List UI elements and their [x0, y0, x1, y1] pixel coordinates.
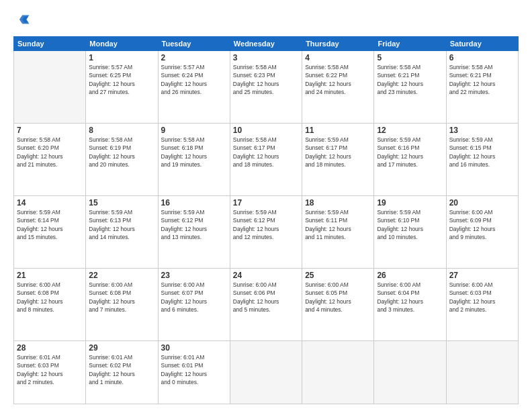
day-number: 29 — [89, 343, 154, 353]
day-number: 30 — [161, 343, 227, 353]
calendar-week-2: 7Sunrise: 5:58 AM Sunset: 6:20 PM Daylig… — [14, 124, 519, 196]
day-info: Sunrise: 5:59 AM Sunset: 6:16 PM Dayligh… — [377, 136, 443, 169]
calendar-cell: 6Sunrise: 5:58 AM Sunset: 6:21 PM Daylig… — [446, 51, 518, 124]
day-number: 5 — [377, 53, 443, 62]
day-number: 9 — [161, 126, 227, 135]
day-number: 22 — [89, 271, 154, 280]
day-info: Sunrise: 6:01 AM Sunset: 6:02 PM Dayligh… — [89, 353, 154, 386]
col-header-friday: Friday — [374, 37, 446, 51]
logo — [13, 12, 32, 30]
calendar-cell: 23Sunrise: 6:00 AM Sunset: 6:07 PM Dayli… — [158, 269, 230, 341]
calendar-week-4: 21Sunrise: 6:00 AM Sunset: 6:08 PM Dayli… — [14, 269, 519, 341]
calendar-cell: 15Sunrise: 5:59 AM Sunset: 6:13 PM Dayli… — [86, 196, 158, 269]
day-number: 4 — [305, 53, 371, 62]
col-header-monday: Monday — [86, 37, 158, 51]
calendar-week-1: 1Sunrise: 5:57 AM Sunset: 6:25 PM Daylig… — [14, 51, 519, 124]
day-info: Sunrise: 5:59 AM Sunset: 6:14 PM Dayligh… — [17, 208, 83, 241]
day-number: 18 — [305, 198, 371, 208]
logo-icon — [15, 12, 30, 27]
calendar-cell: 9Sunrise: 5:58 AM Sunset: 6:18 PM Daylig… — [158, 124, 230, 196]
calendar-cell: 26Sunrise: 6:00 AM Sunset: 6:04 PM Dayli… — [374, 269, 446, 341]
calendar-cell: 20Sunrise: 6:00 AM Sunset: 6:09 PM Dayli… — [446, 196, 518, 269]
calendar-cell — [302, 341, 374, 404]
calendar-header-row: SundayMondayTuesdayWednesdayThursdayFrid… — [14, 37, 519, 51]
day-info: Sunrise: 6:00 AM Sunset: 6:07 PM Dayligh… — [161, 281, 227, 314]
day-number: 14 — [17, 198, 83, 208]
day-number: 6 — [449, 53, 515, 62]
day-number: 7 — [17, 126, 83, 135]
day-info: Sunrise: 5:59 AM Sunset: 6:15 PM Dayligh… — [449, 136, 515, 169]
day-info: Sunrise: 6:00 AM Sunset: 6:04 PM Dayligh… — [377, 281, 443, 314]
day-number: 27 — [449, 271, 515, 280]
day-info: Sunrise: 6:01 AM Sunset: 6:03 PM Dayligh… — [17, 353, 83, 386]
calendar-cell: 12Sunrise: 5:59 AM Sunset: 6:16 PM Dayli… — [374, 124, 446, 196]
calendar-cell: 18Sunrise: 5:59 AM Sunset: 6:11 PM Dayli… — [302, 196, 374, 269]
day-info: Sunrise: 5:58 AM Sunset: 6:23 PM Dayligh… — [233, 63, 299, 96]
calendar-cell: 19Sunrise: 5:59 AM Sunset: 6:10 PM Dayli… — [374, 196, 446, 269]
day-number: 17 — [233, 198, 299, 208]
day-number: 16 — [161, 198, 227, 208]
day-info: Sunrise: 6:00 AM Sunset: 6:09 PM Dayligh… — [449, 208, 515, 241]
col-header-wednesday: Wednesday — [230, 37, 302, 51]
day-info: Sunrise: 5:57 AM Sunset: 6:24 PM Dayligh… — [161, 63, 227, 96]
calendar-cell: 21Sunrise: 6:00 AM Sunset: 6:08 PM Dayli… — [14, 269, 86, 341]
calendar-cell — [374, 341, 446, 404]
calendar-cell: 7Sunrise: 5:58 AM Sunset: 6:20 PM Daylig… — [14, 124, 86, 196]
day-info: Sunrise: 5:59 AM Sunset: 6:11 PM Dayligh… — [305, 208, 371, 241]
col-header-saturday: Saturday — [446, 37, 518, 51]
day-info: Sunrise: 6:01 AM Sunset: 6:01 PM Dayligh… — [161, 353, 227, 386]
day-info: Sunrise: 6:00 AM Sunset: 6:08 PM Dayligh… — [89, 281, 154, 314]
day-info: Sunrise: 5:59 AM Sunset: 6:13 PM Dayligh… — [89, 208, 154, 241]
day-info: Sunrise: 6:00 AM Sunset: 6:08 PM Dayligh… — [17, 281, 83, 314]
calendar-page: SundayMondayTuesdayWednesdayThursdayFrid… — [0, 0, 532, 411]
day-info: Sunrise: 5:58 AM Sunset: 6:20 PM Dayligh… — [17, 136, 83, 169]
calendar-cell: 3Sunrise: 5:58 AM Sunset: 6:23 PM Daylig… — [230, 51, 302, 124]
day-info: Sunrise: 6:00 AM Sunset: 6:03 PM Dayligh… — [449, 281, 515, 314]
calendar-cell: 13Sunrise: 5:59 AM Sunset: 6:15 PM Dayli… — [446, 124, 518, 196]
calendar-week-3: 14Sunrise: 5:59 AM Sunset: 6:14 PM Dayli… — [14, 196, 519, 269]
calendar-cell: 27Sunrise: 6:00 AM Sunset: 6:03 PM Dayli… — [446, 269, 518, 341]
day-number: 1 — [89, 53, 154, 62]
calendar-cell: 4Sunrise: 5:58 AM Sunset: 6:22 PM Daylig… — [302, 51, 374, 124]
calendar-cell — [446, 341, 518, 404]
day-info: Sunrise: 5:58 AM Sunset: 6:17 PM Dayligh… — [233, 136, 299, 169]
day-number: 13 — [449, 126, 515, 135]
day-info: Sunrise: 6:00 AM Sunset: 6:05 PM Dayligh… — [305, 281, 371, 314]
day-number: 15 — [89, 198, 154, 208]
day-info: Sunrise: 5:57 AM Sunset: 6:25 PM Dayligh… — [89, 63, 154, 96]
day-number: 26 — [377, 271, 443, 280]
day-info: Sunrise: 5:59 AM Sunset: 6:12 PM Dayligh… — [161, 208, 227, 241]
day-number: 25 — [305, 271, 371, 280]
calendar-cell: 11Sunrise: 5:59 AM Sunset: 6:17 PM Dayli… — [302, 124, 374, 196]
day-info: Sunrise: 5:58 AM Sunset: 6:21 PM Dayligh… — [377, 63, 443, 96]
day-info: Sunrise: 5:59 AM Sunset: 6:10 PM Dayligh… — [377, 208, 443, 241]
day-info: Sunrise: 5:59 AM Sunset: 6:17 PM Dayligh… — [305, 136, 371, 169]
day-number: 2 — [161, 53, 227, 62]
calendar-cell: 29Sunrise: 6:01 AM Sunset: 6:02 PM Dayli… — [86, 341, 158, 404]
day-number: 12 — [377, 126, 443, 135]
day-number: 24 — [233, 271, 299, 280]
calendar-cell: 5Sunrise: 5:58 AM Sunset: 6:21 PM Daylig… — [374, 51, 446, 124]
calendar-cell: 22Sunrise: 6:00 AM Sunset: 6:08 PM Dayli… — [86, 269, 158, 341]
calendar-cell: 25Sunrise: 6:00 AM Sunset: 6:05 PM Dayli… — [302, 269, 374, 341]
day-number: 19 — [377, 198, 443, 208]
calendar-cell: 1Sunrise: 5:57 AM Sunset: 6:25 PM Daylig… — [86, 51, 158, 124]
day-info: Sunrise: 5:58 AM Sunset: 6:22 PM Dayligh… — [305, 63, 371, 96]
day-info: Sunrise: 5:58 AM Sunset: 6:19 PM Dayligh… — [89, 136, 154, 169]
day-number: 21 — [17, 271, 83, 280]
day-number: 10 — [233, 126, 299, 135]
calendar-cell: 10Sunrise: 5:58 AM Sunset: 6:17 PM Dayli… — [230, 124, 302, 196]
day-info: Sunrise: 5:59 AM Sunset: 6:12 PM Dayligh… — [233, 208, 299, 241]
day-number: 23 — [161, 271, 227, 280]
day-number: 8 — [89, 126, 154, 135]
calendar-cell — [14, 51, 86, 124]
calendar-cell: 16Sunrise: 5:59 AM Sunset: 6:12 PM Dayli… — [158, 196, 230, 269]
day-number: 3 — [233, 53, 299, 62]
calendar-cell: 2Sunrise: 5:57 AM Sunset: 6:24 PM Daylig… — [158, 51, 230, 124]
day-info: Sunrise: 5:58 AM Sunset: 6:18 PM Dayligh… — [161, 136, 227, 169]
day-info: Sunrise: 5:58 AM Sunset: 6:21 PM Dayligh… — [449, 63, 515, 96]
col-header-sunday: Sunday — [14, 37, 86, 51]
calendar-cell: 30Sunrise: 6:01 AM Sunset: 6:01 PM Dayli… — [158, 341, 230, 404]
calendar-table: SundayMondayTuesdayWednesdayThursdayFrid… — [13, 36, 519, 404]
calendar-cell: 17Sunrise: 5:59 AM Sunset: 6:12 PM Dayli… — [230, 196, 302, 269]
